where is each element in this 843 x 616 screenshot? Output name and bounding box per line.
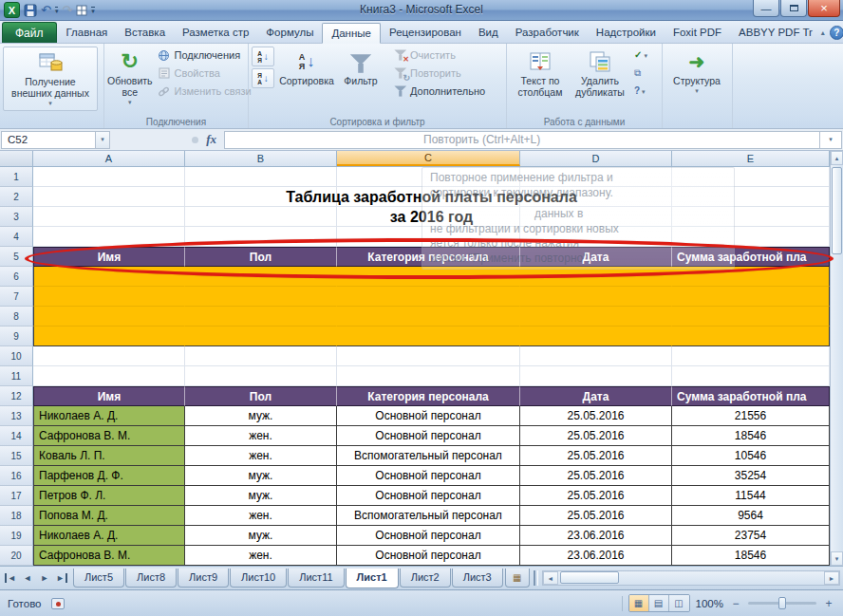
ribbon-tab-ABBYY PDF Tr[interactable]: ABBYY PDF Tr	[730, 23, 821, 43]
horizontal-scroll-track[interactable]	[558, 571, 824, 585]
cell-C17[interactable]: Основной персонал	[337, 486, 520, 506]
text-to-columns-button[interactable]: Текст по столбцам	[510, 47, 571, 111]
row-header-20[interactable]: 20	[0, 546, 33, 566]
normal-view-button[interactable]: ▦	[629, 595, 649, 611]
cell-B14[interactable]: жен.	[185, 426, 337, 446]
cell-C6[interactable]	[337, 267, 520, 287]
column-header-C[interactable]: C	[337, 151, 520, 166]
connections-button[interactable]: Подключения	[155, 47, 254, 64]
cell-B12[interactable]: Пол	[185, 386, 337, 406]
maximize-button[interactable]	[780, 0, 807, 17]
cell-D11[interactable]	[520, 366, 672, 386]
name-box[interactable]: C52	[1, 131, 96, 149]
row-header-8[interactable]: 8	[0, 307, 33, 327]
cell-E7[interactable]	[672, 287, 830, 307]
row-header-19[interactable]: 19	[0, 526, 33, 546]
sheet-tab-Лист9[interactable]: Лист9	[178, 569, 229, 588]
consolidate-button[interactable]: ⧉	[632, 65, 649, 81]
cell-B17[interactable]: муж.	[185, 486, 337, 506]
zoom-in-button[interactable]: +	[822, 597, 835, 610]
cell-E9[interactable]	[672, 327, 830, 346]
cell-B10[interactable]	[185, 346, 337, 366]
cell-A9[interactable]	[33, 327, 185, 346]
insert-worksheet-button[interactable]: ▦	[505, 569, 530, 588]
row-header-11[interactable]: 11	[0, 366, 33, 386]
file-tab[interactable]: Файл	[2, 22, 57, 43]
cell-C13[interactable]: Основной персонал	[337, 406, 520, 426]
scroll-down-icon[interactable]: ▾	[831, 551, 843, 566]
cell-E12[interactable]: Сумма заработной пла	[672, 386, 830, 406]
cell-C12[interactable]: Категория персонала	[337, 386, 520, 406]
cell-C18[interactable]: Вспомогательный персонал	[337, 506, 520, 526]
sheet-tab-Лист3[interactable]: Лист3	[452, 569, 503, 588]
cell-A20[interactable]: Сафронова В. М.	[33, 546, 185, 566]
cell-B6[interactable]	[185, 267, 337, 287]
cell-A7[interactable]	[33, 287, 185, 307]
cell-A6[interactable]	[33, 267, 185, 287]
cell-C3[interactable]	[337, 207, 520, 227]
cell-A2[interactable]	[33, 187, 185, 207]
row-header-16[interactable]: 16	[0, 466, 33, 486]
sheet-tab-Лист8[interactable]: Лист8	[125, 569, 177, 588]
cell-D12[interactable]: Дата	[520, 386, 672, 406]
row-header-12[interactable]: 12	[0, 386, 33, 406]
tab-splitter[interactable]	[534, 570, 538, 586]
cell-A17[interactable]: Петров Ф. Л.	[33, 486, 185, 506]
zoom-slider[interactable]	[748, 602, 816, 605]
cell-C7[interactable]	[337, 287, 520, 307]
cell-B18[interactable]: жен.	[185, 506, 337, 526]
row-header-7[interactable]: 7	[0, 287, 33, 307]
cell-D13[interactable]: 25.05.2016	[520, 406, 672, 426]
cell-E17[interactable]: 11544	[672, 486, 830, 506]
cell-D7[interactable]	[520, 287, 672, 307]
cell-C4[interactable]	[337, 227, 520, 247]
cell-C14[interactable]: Основной персонал	[337, 426, 520, 446]
outline-button[interactable]: ➜ Структура ▾	[665, 47, 728, 111]
cell-E5[interactable]: Сумма заработной пла	[672, 247, 830, 267]
page-break-view-button[interactable]: ◫	[669, 595, 689, 611]
cell-A4[interactable]	[33, 227, 185, 247]
cell-C16[interactable]: Основной персонал	[337, 466, 520, 486]
minimize-button[interactable]: —	[753, 0, 779, 17]
cell-D8[interactable]	[520, 307, 672, 327]
cell-E2[interactable]	[672, 187, 830, 207]
sheet-tab-Лист2[interactable]: Лист2	[400, 569, 451, 588]
cell-A16[interactable]: Парфенов Д. Ф.	[33, 466, 185, 486]
row-header-15[interactable]: 15	[0, 446, 33, 466]
cell-C10[interactable]	[337, 346, 520, 366]
ribbon-tab-Разработчик[interactable]: Разработчик	[507, 23, 588, 43]
cell-B15[interactable]: жен.	[185, 446, 337, 466]
cell-A11[interactable]	[33, 366, 185, 386]
cell-E13[interactable]: 21556	[672, 406, 830, 426]
get-external-data-button[interactable]: Получение внешних данных ▾	[3, 47, 98, 111]
cell-D5[interactable]: Дата	[520, 247, 672, 267]
cell-E6[interactable]	[672, 267, 830, 287]
sheet-tab-Лист5[interactable]: Лист5	[73, 569, 124, 588]
row-header-18[interactable]: 18	[0, 506, 33, 526]
cell-D18[interactable]: 25.05.2016	[520, 506, 672, 526]
next-sheet-button[interactable]: ►	[37, 570, 52, 586]
cell-B3[interactable]	[185, 207, 337, 227]
cell-E18[interactable]: 9564	[672, 506, 830, 526]
ribbon-tab-Вставка[interactable]: Вставка	[116, 23, 174, 43]
edit-links-button[interactable]: Изменить связи	[155, 83, 254, 100]
ribbon-tab-Вид[interactable]: Вид	[470, 23, 507, 43]
zoom-slider-thumb[interactable]	[778, 597, 786, 609]
vertical-scrollbar[interactable]: ▴ ▾	[830, 151, 843, 566]
cell-A1[interactable]	[33, 167, 185, 187]
cell-B19[interactable]: муж.	[185, 526, 337, 546]
cell-C11[interactable]	[337, 366, 520, 386]
column-header-A[interactable]: A	[33, 151, 185, 166]
refresh-all-button[interactable]: ↻ Обновить все ▾	[107, 47, 153, 111]
ribbon-tab-Данные[interactable]: Данные	[322, 23, 381, 44]
cell-E14[interactable]: 18546	[672, 426, 830, 446]
what-if-analysis-button[interactable]: ?▾	[632, 83, 649, 99]
column-header-D[interactable]: D	[520, 151, 672, 166]
filter-button[interactable]: Фильтр	[337, 47, 384, 111]
cell-E4[interactable]	[672, 227, 830, 247]
scroll-up-icon[interactable]: ▴	[831, 151, 843, 165]
first-sheet-button[interactable]: ◄	[3, 570, 18, 586]
previous-sheet-button[interactable]: ◄	[20, 570, 35, 586]
cell-C15[interactable]: Вспомогательный персонал	[337, 446, 520, 466]
ribbon-tab-Разметка стр[interactable]: Разметка стр	[174, 23, 257, 43]
